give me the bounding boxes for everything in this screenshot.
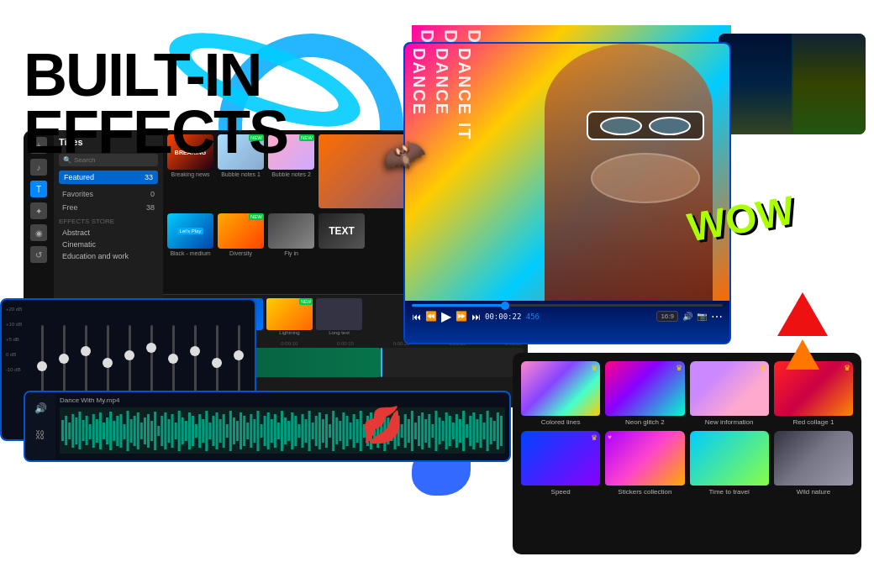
svg-rect-104 (414, 423, 417, 439)
svg-rect-19 (123, 424, 125, 439)
svg-rect-103 (411, 411, 413, 451)
btn-skip-forward[interactable]: ⏭ (471, 312, 481, 322)
new-badge-3: NEW (249, 213, 264, 220)
svg-rect-21 (130, 419, 133, 443)
svg-rect-65 (281, 411, 283, 451)
svg-rect-129 (500, 416, 503, 446)
svg-rect-30 (161, 416, 163, 446)
svg-rect-109 (431, 424, 434, 438)
media-item-stickers[interactable]: ♥ Stickers collection (605, 431, 684, 496)
eq-slider-9[interactable] (216, 325, 218, 401)
sidebar-icon-text[interactable]: T (30, 181, 47, 197)
thumb-stickers: ♥ (605, 431, 684, 486)
btn-play[interactable]: ▶ (441, 308, 451, 324)
eq-db-labels: +20 dB +10 dB +5 dB 0 dB -10 dB (6, 307, 22, 372)
svg-rect-59 (261, 424, 263, 438)
svg-rect-122 (476, 419, 478, 443)
svg-rect-20 (127, 411, 129, 451)
favorites-label: Favorites (62, 190, 93, 198)
svg-rect-36 (182, 417, 184, 444)
sidebar-icon-color[interactable]: ◉ (30, 224, 47, 241)
thumb-diversity[interactable]: Diversity NEW (218, 213, 264, 256)
svg-rect-50 (229, 411, 232, 451)
label-speed: Speed (521, 488, 600, 496)
thumb-text[interactable]: TEXT (319, 213, 365, 256)
media-item-colored-lines[interactable]: ♛ Colored lines (521, 361, 600, 426)
btn-volume[interactable]: 🔊 (682, 312, 692, 321)
svg-rect-105 (418, 416, 420, 446)
item-cinematic[interactable]: Cinematic (59, 239, 158, 250)
eq-slider-4[interactable] (107, 325, 109, 401)
btn-rewind[interactable]: ⏪ (425, 311, 437, 322)
svg-rect-49 (226, 424, 229, 438)
progress-dot (501, 302, 509, 310)
svg-rect-68 (291, 412, 293, 449)
svg-rect-27 (150, 421, 153, 441)
eq-slider-3[interactable] (85, 325, 87, 401)
photo-inner (719, 34, 866, 134)
heart-icon: ♥ (608, 433, 612, 441)
btn-skip-back[interactable]: ⏮ (412, 312, 421, 322)
svg-rect-112 (442, 421, 445, 441)
db-20: +20 dB (6, 307, 22, 312)
svg-rect-61 (267, 412, 270, 449)
eq-slider-6[interactable] (150, 325, 153, 401)
eq-slider-1[interactable] (41, 325, 44, 401)
item-favorites[interactable]: Favorites 0 (59, 187, 158, 201)
glass-right (649, 117, 691, 135)
svg-rect-10 (92, 414, 95, 448)
btn-fast-forward[interactable]: ⏩ (455, 311, 467, 322)
thumb-long-text[interactable]: Long text (316, 298, 362, 335)
svg-rect-102 (408, 419, 410, 443)
headline-line2: EFFECTS (24, 103, 287, 160)
svg-rect-111 (439, 417, 441, 444)
tab-featured-count: 33 (145, 173, 153, 181)
svg-rect-126 (490, 417, 492, 444)
item-education[interactable]: Education and work (59, 250, 158, 262)
eq-thumb-9 (212, 358, 222, 368)
ratio-badge[interactable]: 16:9 (656, 311, 678, 322)
label-bubble1: Bubble notes 1 (218, 171, 264, 177)
photo-panel (719, 34, 866, 134)
video-content: DANCE DANCE DANCE IT (405, 44, 729, 304)
waveform-link-icon[interactable]: ⛓ (33, 428, 48, 443)
eq-slider-10[interactable] (238, 325, 240, 401)
tab-featured[interactable]: Featured 33 (59, 171, 158, 184)
thumb-fly-in[interactable]: Fly in (268, 213, 314, 256)
eq-slider-7[interactable] (172, 325, 175, 401)
svg-rect-15 (109, 412, 112, 450)
waveform-speaker-icon[interactable]: 🔊 (33, 401, 48, 416)
svg-rect-83 (342, 412, 345, 449)
thumb-let-play-img: Let's Play (167, 213, 213, 249)
crown-speed: ♛ (591, 433, 598, 442)
media-item-speed[interactable]: ♛ Speed (521, 431, 600, 496)
media-item-neon-glitch[interactable]: ♛ Neon glitch 2 (605, 361, 684, 426)
smile-area (591, 153, 700, 203)
svg-rect-2 (65, 416, 67, 445)
svg-rect-18 (119, 414, 122, 448)
svg-rect-123 (479, 414, 482, 448)
label-long-text: Long text (316, 330, 362, 335)
sidebar-icon-rotate[interactable]: ↺ (30, 246, 47, 263)
sidebar-icon-effects[interactable]: ✦ (30, 202, 47, 219)
eq-slider-8[interactable] (194, 325, 197, 401)
svg-rect-38 (188, 412, 191, 449)
svg-rect-55 (246, 423, 249, 439)
label-lightning: Lightning (266, 330, 313, 335)
progress-bar[interactable] (412, 304, 723, 307)
eq-slider-5[interactable] (129, 325, 131, 401)
svg-rect-14 (106, 417, 108, 444)
svg-rect-54 (243, 416, 245, 446)
svg-rect-16 (113, 421, 115, 441)
item-abstract[interactable]: Abstract (59, 227, 158, 239)
svg-rect-46 (216, 412, 218, 449)
svg-rect-35 (178, 411, 181, 451)
svg-rect-22 (134, 416, 136, 446)
thumb-black-medium[interactable]: Let's Play Black - medium (167, 213, 213, 256)
eq-slider-2[interactable] (63, 325, 66, 401)
crown-colored-lines: ♛ (591, 364, 598, 372)
label-neon-glitch: Neon glitch 2 (605, 418, 684, 426)
thumb-lightning[interactable]: Lightning NEW (266, 298, 313, 335)
item-free[interactable]: Free 38 (59, 201, 158, 214)
label-diversity: Diversity (218, 250, 264, 256)
